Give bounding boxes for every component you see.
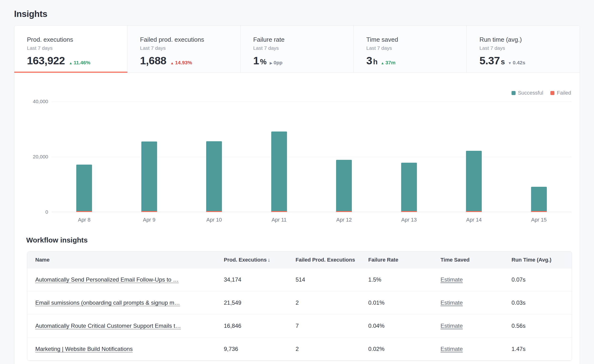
metric-label: Time saved	[366, 36, 467, 43]
metric-cards-row: Prod. executions Last 7 days 163,922 ▲11…	[14, 26, 580, 73]
bar-segment-successful	[206, 141, 222, 211]
column-header-prod-executions[interactable]: Prod. Executions↓	[224, 257, 296, 263]
bar-segment-failed	[206, 211, 222, 212]
x-axis-label: Apr 12	[311, 217, 377, 223]
bar-group	[441, 101, 506, 212]
bar-apr-11[interactable]	[271, 101, 287, 212]
estimate-link[interactable]: Estimate	[440, 346, 463, 352]
column-header-failure-rate[interactable]: Failure Rate	[368, 257, 440, 263]
metric-unit: s	[501, 58, 505, 66]
x-axis-label: Apr 15	[506, 217, 572, 223]
metric-card-run-time[interactable]: Run time (avg.) Last 7 days 5.37 s ▼0.42…	[467, 26, 580, 73]
metric-delta-value: 0.42s	[513, 60, 525, 65]
y-axis-tick: 40,000	[33, 99, 48, 104]
metric-delta: ▲37m	[381, 60, 395, 66]
metric-card-failed-executions[interactable]: Failed prod. executions Last 7 days 1,68…	[128, 26, 241, 73]
table-row: Automatically Send Personalized Email Fo…	[27, 268, 572, 291]
metric-period: Last 7 days	[479, 45, 580, 51]
bar-apr-9[interactable]	[141, 101, 157, 212]
metric-unit: h	[373, 58, 378, 66]
table-row: Marketing | Website Build Notifications …	[27, 338, 572, 361]
run-time-value: 0.03s	[512, 299, 572, 306]
bar-apr-15[interactable]	[531, 101, 547, 212]
metric-value: 163,922	[27, 54, 65, 67]
estimate-link[interactable]: Estimate	[440, 323, 463, 329]
chart-bars	[52, 101, 571, 212]
metric-value-row: 1 % ▶0pp	[253, 54, 353, 67]
bar-group	[247, 101, 312, 212]
workflow-name-link[interactable]: Marketing | Website Build Notifications	[35, 346, 133, 352]
legend-item-failed[interactable]: Failed	[550, 90, 571, 96]
metric-value: 3	[366, 54, 372, 67]
x-axis-label: Apr 9	[117, 217, 182, 223]
sort-desc-icon: ↓	[268, 257, 270, 263]
table-row: Automatically Route Critical Customer Su…	[27, 314, 572, 338]
metric-period: Last 7 days	[366, 45, 467, 51]
bar-apr-14[interactable]	[466, 101, 482, 212]
workflow-insights-heading: Workflow insights	[26, 236, 580, 244]
workflow-name-link[interactable]: Automatically Route Critical Customer Su…	[35, 323, 181, 329]
metric-label: Failed prod. executions	[140, 36, 241, 43]
metric-value: 1,688	[140, 54, 166, 67]
executions-chart: Successful Failed 40,000 20,000 0 Apr 8A…	[14, 73, 580, 227]
metric-card-prod-executions[interactable]: Prod. executions Last 7 days 163,922 ▲11…	[14, 26, 128, 73]
metric-delta-value: 14.93%	[175, 60, 192, 65]
page-title: Insights	[14, 0, 580, 19]
column-header-name[interactable]: Name	[27, 257, 224, 263]
bar-apr-12[interactable]	[336, 101, 352, 212]
bar-apr-10[interactable]	[206, 101, 222, 212]
metric-card-failure-rate[interactable]: Failure rate Last 7 days 1 % ▶0pp	[241, 26, 354, 73]
bar-segment-failed	[531, 211, 547, 212]
workflow-insights-table: Name Prod. Executions↓ Failed Prod. Exec…	[27, 251, 572, 361]
metric-delta: ▲11.46%	[69, 60, 90, 66]
legend-item-successful[interactable]: Successful	[512, 90, 543, 96]
bar-group	[506, 101, 572, 212]
column-header-time-saved[interactable]: Time Saved	[440, 257, 512, 263]
metric-delta: ▶0pp	[270, 60, 283, 66]
y-axis-tick: 0	[45, 209, 48, 215]
legend-label: Successful	[518, 90, 543, 96]
failed-executions-value: 514	[296, 276, 368, 283]
bar-group	[117, 101, 182, 212]
metric-unit: %	[260, 58, 267, 66]
prod-executions-value: 16,846	[224, 323, 296, 329]
metric-delta: ▼0.42s	[508, 60, 525, 66]
estimate-link[interactable]: Estimate	[440, 276, 463, 283]
metric-card-time-saved[interactable]: Time saved Last 7 days 3 h ▲37m	[354, 26, 467, 73]
metric-value-row: 5.37 s ▼0.42s	[479, 54, 580, 67]
failed-executions-value: 7	[296, 323, 368, 329]
estimate-link[interactable]: Estimate	[440, 299, 463, 306]
column-header-run-time[interactable]: Run Time (Avg.)	[512, 257, 572, 263]
workflow-name-link[interactable]: Email sumissions (onboarding call prompt…	[35, 299, 180, 306]
column-header-failed-executions[interactable]: Failed Prod. Executions	[296, 257, 368, 263]
trend-up-icon: ▲	[381, 61, 384, 65]
bar-group	[311, 101, 377, 212]
bar-group	[377, 101, 442, 212]
metric-period: Last 7 days	[253, 45, 353, 51]
chart-legend: Successful Failed	[512, 90, 571, 96]
metric-period: Last 7 days	[140, 45, 241, 51]
trend-down-icon: ▼	[508, 61, 512, 65]
bar-segment-successful	[401, 163, 417, 211]
metric-label: Failure rate	[253, 36, 353, 43]
metric-value-row: 163,922 ▲11.46%	[27, 54, 127, 67]
bar-segment-successful	[466, 151, 482, 211]
bar-group	[52, 101, 117, 212]
bar-apr-13[interactable]	[401, 101, 417, 212]
metric-delta-value: 0pp	[274, 60, 283, 65]
workflow-name-link[interactable]: Automatically Send Personalized Email Fo…	[35, 276, 179, 283]
metric-value-row: 1,688 ▲14.93%	[140, 54, 241, 67]
bar-apr-8[interactable]	[76, 101, 92, 212]
table-row: Email sumissions (onboarding call prompt…	[27, 291, 572, 314]
bar-segment-successful	[141, 141, 157, 211]
x-axis-label: Apr 13	[377, 217, 442, 223]
trend-flat-icon: ▶	[270, 61, 272, 65]
metric-delta: ▲14.93%	[170, 60, 192, 66]
metric-period: Last 7 days	[27, 45, 127, 51]
failed-swatch-icon	[550, 91, 554, 95]
failure-rate-value: 0.02%	[368, 346, 440, 352]
metric-value: 5.37	[479, 54, 500, 67]
x-axis-label: Apr 14	[441, 217, 506, 223]
x-axis-label: Apr 10	[182, 217, 247, 223]
metric-delta-value: 11.46%	[74, 60, 90, 65]
